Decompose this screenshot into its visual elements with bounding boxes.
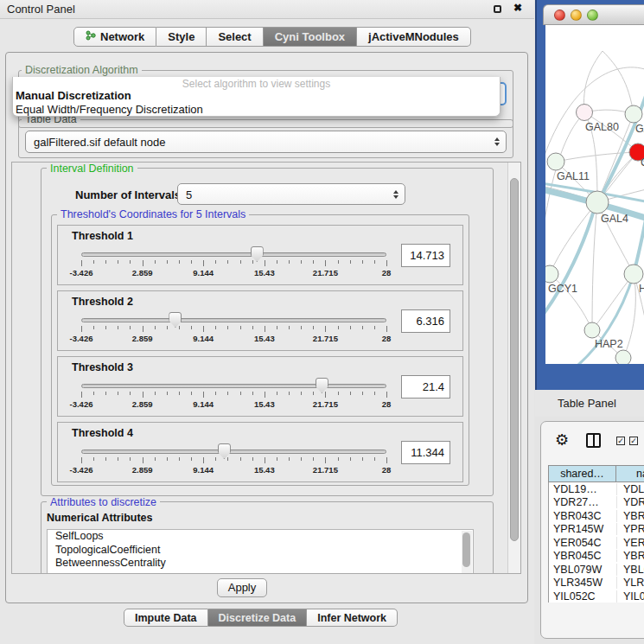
scrollbar-thumb[interactable] [510,178,519,541]
apply-button[interactable]: Apply [217,578,267,597]
table-data-combobox[interactable]: galFiltered.sif default node [25,131,507,153]
threshold-3-value-field[interactable] [401,375,450,399]
algorithm-option-equal-width-frequency-discretization[interactable]: Equal Width/Frequency Discretization [15,103,498,116]
tick-mark [143,457,143,463]
table-row[interactable]: YBR045CYBR0 [549,550,644,564]
threshold-1-slider[interactable]: -3.4262.8599.14415.4321.71528 [81,252,386,277]
tick-mark [289,260,290,264]
table-row[interactable]: YBR043CYBR0 [549,509,644,523]
network-edge-thick[interactable] [634,194,644,274]
tick-mark [215,457,216,461]
float-window-icon[interactable] [494,5,501,13]
threshold-2-slider[interactable]: -3.4262.8599.14415.4321.71528 [81,318,386,343]
tab-select[interactable]: Select [207,27,263,47]
table-row[interactable]: YDL19…YDL1 [549,482,644,496]
tick-mark [277,260,277,264]
network-edge[interactable] [592,202,597,330]
settings-scroll-viewport: Interval Definition Number of Intervals … [11,162,521,574]
numerical-attributes-label: Numerical Attributes [47,512,152,524]
threshold-4-value-field[interactable] [401,441,450,464]
tab-style[interactable]: Style [156,27,207,47]
tick-mark [227,260,228,264]
slider-track [81,252,386,257]
gear-icon[interactable]: ⚙ [555,430,569,450]
tick-label: -3.426 [70,399,93,409]
table-data-value: galFiltered.sif default node [34,136,165,149]
attribute-item-topologicalcoefficient[interactable]: TopologicalCoefficient [48,544,473,558]
scrollbar-thumb[interactable] [462,532,470,567]
table-row[interactable]: YLR345WYLR3 [549,577,644,590]
network-edge-thick[interactable] [545,204,596,317]
table-row[interactable]: YDR27…YDR2 [549,496,644,510]
network-edge[interactable] [603,51,634,114]
network-canvas[interactable]: GAL80GAL11GAL4GCY1HHAP2GAC [545,25,644,364]
table-row[interactable]: YIL052CYIL0 [549,590,644,603]
tick-mark [191,260,192,264]
number-of-intervals-combobox[interactable]: 5 [177,183,405,205]
network-node-gal80[interactable] [577,105,593,121]
table-panel-header: Table Panel [535,390,644,417]
tick-mark [289,457,290,461]
close-traffic-light-icon[interactable] [554,10,565,21]
table-panel: ⚙ ✓ ✓ shared…na YDL19…YDL1YDR27…YDR2YBR0… [540,421,644,639]
tick-mark [350,392,351,395]
tab-label: Style [168,30,194,43]
network-node[interactable] [615,350,631,364]
bottom-tab-impute-data[interactable]: Impute Data [124,609,208,627]
network-node-h[interactable] [624,265,643,284]
network-node-gal11[interactable] [547,153,564,170]
table-header-cell[interactable]: na [616,466,644,481]
network-node-gcy1[interactable] [545,265,558,283]
numerical-attributes-list[interactable]: SelfLoopsTopologicalCoefficientBetweenne… [47,529,474,574]
slider-ticks [81,260,386,268]
network-node-gal4[interactable] [586,191,609,214]
bottom-tab-infer-network[interactable]: Infer Network [307,609,398,627]
tick-label: 9.144 [193,465,214,475]
tick-label: 21.715 [313,268,338,277]
tab-cyni-toolbox[interactable]: Cyni Toolbox [264,27,357,47]
attribute-item-selfloops[interactable]: SelfLoops [48,530,473,544]
checkbox-icon[interactable]: ✓ [629,437,638,445]
network-node-label: GAL4 [601,213,628,225]
vertical-scrollbar[interactable] [507,163,520,573]
threshold-4-slider[interactable]: -3.4262.8599.14415.4321.71528 [81,450,386,475]
checkbox-icon[interactable]: ✓ [616,437,625,445]
table-cell: YBR0 [616,550,644,562]
bottom-tab-label: Infer Network [317,612,386,624]
tick-mark [386,392,387,398]
attribute-item-betweennesscentrality[interactable]: BetweennessCentrality [48,557,473,571]
table-header-cell[interactable]: shared… [549,466,616,481]
algorithm-dropdown-popup: Select algorithm to view settings Manual… [12,77,501,117]
minimize-traffic-light-icon[interactable] [571,10,582,21]
slider-track [81,384,386,388]
threshold-3-slider[interactable]: -3.4262.8599.14415.4321.71528 [81,384,386,409]
tick-mark [277,326,277,329]
tab-network[interactable]: Network [73,27,156,47]
network-edge[interactable] [556,152,638,162]
bottom-tab-discretize-data[interactable]: Discretize Data [208,609,308,627]
tick-mark [252,326,253,329]
tick-mark [240,392,241,395]
network-node[interactable] [625,105,642,123]
tick-mark [289,326,290,329]
table-row[interactable]: YPR145WYPR1 [549,523,644,537]
tick-mark [191,457,192,461]
attributes-scrollbar[interactable] [462,531,472,574]
threshold-1-value-field[interactable] [401,244,450,267]
threshold-2-value-field[interactable] [401,309,450,333]
table-row[interactable]: YER054CYER0 [549,536,644,550]
table-row[interactable]: YBL079WYBL0 [549,563,644,577]
algorithm-option-manual-discretization[interactable]: Manual Discretization [15,89,498,102]
network-node-label: H [639,283,644,295]
tick-mark [350,260,351,264]
tick-mark [374,457,375,461]
network-node-hap2[interactable] [584,322,600,338]
tick-label: 2.859 [132,268,153,277]
close-icon[interactable]: ✖ [513,2,522,14]
zoom-traffic-light-icon[interactable] [587,10,598,21]
network-window-titlebar[interactable] [543,4,644,25]
tab-jactivemnodules[interactable]: jActiveMNodules [357,27,471,47]
bottom-tab-bar: Impute DataDiscretize DataInfer Network [124,609,398,627]
columns-icon[interactable] [586,433,601,448]
threshold-rows: Threshold 1-3.4262.8599.14415.4321.71528… [52,215,469,488]
